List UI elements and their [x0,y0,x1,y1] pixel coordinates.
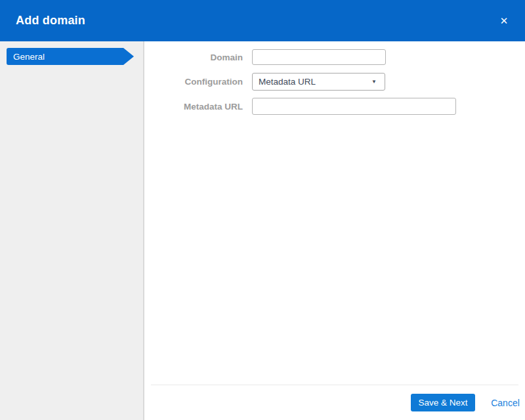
metadata-url-label: Metadata URL [146,102,243,112]
dialog-header: Add domain ✕ [0,0,525,41]
form-row-configuration: Configuration Metadata URL ▼ [146,73,385,91]
configuration-label: Configuration [146,77,243,87]
chevron-down-icon: ▼ [371,79,377,85]
form-row-metadata-url: Metadata URL [146,98,456,115]
dialog-title: Add domain [0,14,85,28]
form-content: Domain Configuration Metadata URL ▼ Meta… [146,41,525,420]
configuration-select[interactable]: Metadata URL ▼ [252,73,385,91]
domain-label: Domain [146,52,243,62]
configuration-select-value: Metadata URL [259,77,316,87]
form-row-domain: Domain [146,49,386,65]
add-domain-dialog: Add domain ✕ General Domain Configuratio… [0,0,525,420]
save-next-button[interactable]: Save & Next [411,394,475,411]
sidebar-item-general[interactable]: General [7,48,123,65]
cancel-link[interactable]: Cancel [487,394,524,411]
metadata-url-input[interactable] [252,98,456,115]
sidebar-item-label: General [13,52,45,62]
footer-divider [151,385,518,385]
domain-input[interactable] [252,49,386,65]
sidebar: General [0,41,144,420]
close-icon[interactable]: ✕ [496,13,512,29]
